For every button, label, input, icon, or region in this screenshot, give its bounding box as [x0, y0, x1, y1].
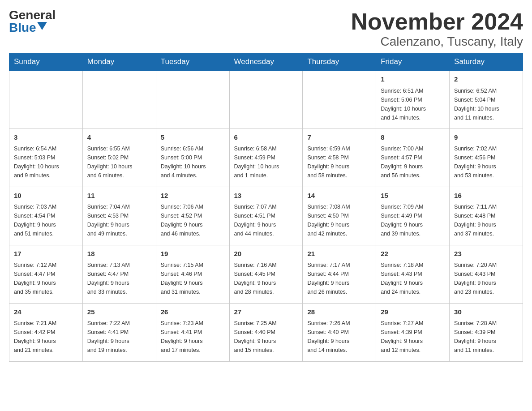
calendar-cell: 11Sunrise: 7:04 AMSunset: 4:53 PMDayligh… [82, 187, 156, 245]
day-info: Sunrise: 7:12 AMSunset: 4:47 PMDaylight:… [14, 261, 78, 296]
calendar-cell: 22Sunrise: 7:18 AMSunset: 4:43 PMDayligh… [376, 245, 450, 303]
day-number: 4 [87, 133, 151, 143]
day-number: 19 [161, 249, 225, 259]
calendar-week-row: 1Sunrise: 6:51 AMSunset: 5:06 PMDaylight… [9, 70, 523, 128]
calendar-cell: 12Sunrise: 7:06 AMSunset: 4:52 PMDayligh… [156, 187, 229, 245]
calendar-cell [229, 70, 303, 128]
calendar-cell: 2Sunrise: 6:52 AMSunset: 5:04 PMDaylight… [450, 70, 523, 128]
day-info: Sunrise: 7:23 AMSunset: 4:41 PMDaylight:… [161, 319, 225, 355]
title-block: November 2024 Calenzano, Tuscany, Italy [351, 9, 523, 49]
calendar-cell: 24Sunrise: 7:21 AMSunset: 4:42 PMDayligh… [9, 303, 83, 361]
day-info: Sunrise: 7:28 AMSunset: 4:39 PMDaylight:… [454, 319, 518, 355]
day-number: 3 [14, 133, 78, 143]
calendar-cell: 8Sunrise: 7:00 AMSunset: 4:57 PMDaylight… [376, 128, 450, 187]
column-header-tuesday: Tuesday [156, 54, 229, 71]
month-year-title: November 2024 [351, 9, 523, 34]
calendar-cell: 18Sunrise: 7:13 AMSunset: 4:47 PMDayligh… [82, 245, 156, 303]
day-number: 18 [87, 249, 151, 259]
calendar-cell: 3Sunrise: 6:54 AMSunset: 5:03 PMDaylight… [9, 128, 83, 187]
day-info: Sunrise: 7:02 AMSunset: 4:56 PMDaylight:… [454, 144, 518, 180]
location-subtitle: Calenzano, Tuscany, Italy [351, 34, 523, 49]
day-info: Sunrise: 7:04 AMSunset: 4:53 PMDaylight:… [87, 202, 151, 238]
calendar-cell: 25Sunrise: 7:22 AMSunset: 4:41 PMDayligh… [82, 303, 156, 361]
calendar-cell: 14Sunrise: 7:08 AMSunset: 4:50 PMDayligh… [303, 187, 376, 245]
calendar-cell: 5Sunrise: 6:56 AMSunset: 5:00 PMDaylight… [156, 128, 229, 187]
day-info: Sunrise: 7:25 AMSunset: 4:40 PMDaylight:… [234, 319, 298, 355]
calendar-cell: 29Sunrise: 7:27 AMSunset: 4:39 PMDayligh… [376, 303, 450, 361]
day-number: 14 [307, 191, 371, 201]
column-header-wednesday: Wednesday [229, 54, 303, 71]
day-info: Sunrise: 7:16 AMSunset: 4:45 PMDaylight:… [234, 261, 298, 296]
day-number: 27 [234, 307, 298, 317]
day-info: Sunrise: 7:11 AMSunset: 4:48 PMDaylight:… [454, 202, 518, 238]
calendar-week-row: 3Sunrise: 6:54 AMSunset: 5:03 PMDaylight… [9, 128, 523, 187]
logo-blue-text: Blue [9, 21, 36, 34]
day-number: 2 [454, 74, 518, 85]
day-number: 9 [454, 133, 518, 143]
day-info: Sunrise: 7:15 AMSunset: 4:46 PMDaylight:… [161, 261, 225, 296]
calendar-cell: 28Sunrise: 7:26 AMSunset: 4:40 PMDayligh… [303, 303, 376, 361]
calendar-cell: 10Sunrise: 7:03 AMSunset: 4:54 PMDayligh… [9, 187, 83, 245]
day-number: 11 [87, 191, 151, 201]
day-number: 17 [14, 249, 78, 259]
day-info: Sunrise: 6:58 AMSunset: 4:59 PMDaylight:… [234, 144, 298, 180]
day-number: 23 [454, 249, 518, 259]
day-number: 7 [307, 133, 371, 143]
logo: General Blue [9, 9, 56, 34]
day-number: 15 [381, 191, 445, 201]
calendar-cell: 4Sunrise: 6:55 AMSunset: 5:02 PMDaylight… [82, 128, 156, 187]
calendar-cell [156, 70, 229, 128]
day-info: Sunrise: 6:56 AMSunset: 5:00 PMDaylight:… [161, 144, 225, 180]
column-header-thursday: Thursday [303, 54, 376, 71]
calendar-cell: 23Sunrise: 7:20 AMSunset: 4:43 PMDayligh… [450, 245, 523, 303]
day-info: Sunrise: 7:20 AMSunset: 4:43 PMDaylight:… [454, 261, 518, 296]
day-number: 16 [454, 191, 518, 201]
calendar-cell: 13Sunrise: 7:07 AMSunset: 4:51 PMDayligh… [229, 187, 303, 245]
day-info: Sunrise: 7:00 AMSunset: 4:57 PMDaylight:… [381, 144, 445, 180]
calendar-cell: 7Sunrise: 6:59 AMSunset: 4:58 PMDaylight… [303, 128, 376, 187]
logo-general-text: General [9, 9, 56, 21]
day-info: Sunrise: 7:09 AMSunset: 4:49 PMDaylight:… [381, 202, 445, 238]
day-info: Sunrise: 7:06 AMSunset: 4:52 PMDaylight:… [161, 202, 225, 238]
column-header-friday: Friday [376, 54, 450, 71]
day-number: 30 [454, 307, 518, 317]
day-info: Sunrise: 6:52 AMSunset: 5:04 PMDaylight:… [454, 86, 518, 122]
column-header-saturday: Saturday [450, 54, 523, 71]
day-number: 28 [307, 307, 371, 317]
day-info: Sunrise: 7:22 AMSunset: 4:41 PMDaylight:… [87, 319, 151, 355]
day-info: Sunrise: 7:13 AMSunset: 4:47 PMDaylight:… [87, 261, 151, 296]
day-info: Sunrise: 7:27 AMSunset: 4:39 PMDaylight:… [381, 319, 445, 355]
day-number: 1 [381, 74, 445, 85]
calendar-cell [9, 70, 83, 128]
logo-triangle-icon [37, 22, 47, 30]
day-number: 25 [87, 307, 151, 317]
column-header-monday: Monday [82, 54, 156, 71]
calendar-cell: 15Sunrise: 7:09 AMSunset: 4:49 PMDayligh… [376, 187, 450, 245]
day-number: 13 [234, 191, 298, 201]
day-info: Sunrise: 7:18 AMSunset: 4:43 PMDaylight:… [381, 261, 445, 296]
day-number: 5 [161, 133, 225, 143]
calendar-table: SundayMondayTuesdayWednesdayThursdayFrid… [9, 53, 523, 362]
day-info: Sunrise: 6:54 AMSunset: 5:03 PMDaylight:… [14, 144, 78, 180]
day-info: Sunrise: 6:59 AMSunset: 4:58 PMDaylight:… [307, 144, 371, 180]
day-info: Sunrise: 6:51 AMSunset: 5:06 PMDaylight:… [381, 86, 445, 122]
calendar-cell [303, 70, 376, 128]
day-info: Sunrise: 7:26 AMSunset: 4:40 PMDaylight:… [307, 319, 371, 355]
calendar-week-row: 24Sunrise: 7:21 AMSunset: 4:42 PMDayligh… [9, 303, 523, 361]
day-number: 22 [381, 249, 445, 259]
day-number: 8 [381, 133, 445, 143]
page-header: General Blue November 2024 Calenzano, Tu… [9, 9, 523, 49]
calendar-cell: 9Sunrise: 7:02 AMSunset: 4:56 PMDaylight… [450, 128, 523, 187]
day-info: Sunrise: 7:03 AMSunset: 4:54 PMDaylight:… [14, 202, 78, 238]
svg-marker-0 [37, 22, 47, 30]
calendar-cell: 26Sunrise: 7:23 AMSunset: 4:41 PMDayligh… [156, 303, 229, 361]
column-header-sunday: Sunday [9, 54, 83, 71]
calendar-cell [82, 70, 156, 128]
day-number: 12 [161, 191, 225, 201]
day-number: 24 [14, 307, 78, 317]
calendar-week-row: 17Sunrise: 7:12 AMSunset: 4:47 PMDayligh… [9, 245, 523, 303]
day-number: 6 [234, 133, 298, 143]
calendar-week-row: 10Sunrise: 7:03 AMSunset: 4:54 PMDayligh… [9, 187, 523, 245]
calendar-cell: 20Sunrise: 7:16 AMSunset: 4:45 PMDayligh… [229, 245, 303, 303]
calendar-cell: 27Sunrise: 7:25 AMSunset: 4:40 PMDayligh… [229, 303, 303, 361]
